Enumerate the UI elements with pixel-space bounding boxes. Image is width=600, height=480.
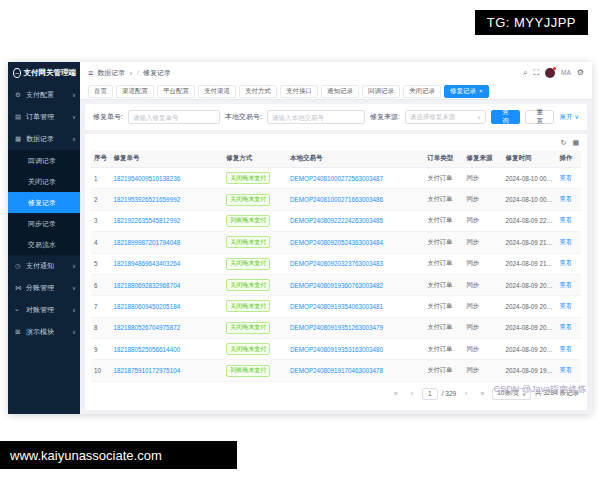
table-toolbar: ↻ ▦	[91, 138, 581, 150]
local-trade-no-link[interactable]: DEMOP24080920323763003483	[290, 260, 383, 267]
breadcrumb-page: 修复记录	[143, 68, 171, 78]
expand-button[interactable]: 展开 ∨	[559, 113, 579, 122]
sidebar: − 支付网关管理端 ⚙支付配置∨▤订单管理∨▦数据记录∧回调记录关闭记录修复记录…	[8, 62, 80, 414]
cell-local-no: DEMOP24081000272563003487	[287, 168, 424, 189]
repair-no-link[interactable]: 1821875910172975104	[114, 367, 181, 374]
sidebar-item-订单管理[interactable]: ▤订单管理∨	[8, 106, 80, 128]
settings-gear-icon[interactable]: ⚙	[577, 68, 584, 77]
avatar[interactable]	[545, 68, 555, 78]
local-trade-no-link[interactable]: DEMOP24080922224263003485	[290, 217, 383, 224]
view-link[interactable]: 查看	[559, 281, 572, 288]
repair-no-link[interactable]: 1821880609450205184	[114, 303, 181, 310]
cell-order-type: 支付订单	[424, 253, 463, 274]
tab-通知记录[interactable]: 通知记录	[321, 85, 359, 98]
view-link[interactable]: 查看	[559, 259, 572, 266]
cell-index: 3	[91, 210, 111, 231]
cell-repair-no: 1821953926521659992	[111, 189, 224, 210]
cell-time: 2024-08-10 00:57:41	[503, 168, 557, 189]
tab-平台配置[interactable]: 平台配置	[157, 85, 195, 98]
repair-method-badge: 关闭晚来支付	[226, 258, 270, 270]
view-link[interactable]: 查看	[559, 238, 572, 245]
sidebar-item-数据记录[interactable]: ▦数据记录∧	[8, 128, 80, 150]
repair-no-link[interactable]: 1821922635545812992	[114, 217, 181, 224]
prev-page-icon[interactable]: ‹	[406, 388, 418, 400]
sidebar-item-对账管理[interactable]: ⌁对账管理∨	[8, 299, 80, 321]
refresh-icon[interactable]: ↻	[561, 139, 567, 147]
view-link[interactable]: 查看	[559, 345, 572, 352]
local-trade-no-link[interactable]: DEMOP24081000271663003486	[290, 196, 383, 203]
local-trade-no-link[interactable]: DEMOP24081000272563003487	[290, 175, 383, 182]
tab-修复记录[interactable]: 修复记录×	[444, 85, 489, 98]
current-page-input[interactable]: 1	[422, 388, 438, 400]
view-link[interactable]: 查看	[559, 195, 572, 202]
sidebar-subitem-修复记录[interactable]: 修复记录	[8, 192, 80, 213]
tab-渠道配置[interactable]: 渠道配置	[116, 85, 154, 98]
repair-no-link[interactable]: 1821894869643403264	[114, 260, 181, 267]
source-label: 修复来源:	[370, 112, 400, 122]
sidebar-subitem-交易流水[interactable]: 交易流水	[8, 234, 80, 255]
repair-no-link[interactable]: 1821880692832968704	[114, 282, 181, 289]
topbar: ≡ 数据记录 ∨ / 修复记录 ⌕ ⛶ MA ⚙	[80, 62, 592, 83]
cell-repair-no: 1821954009510138236	[111, 168, 224, 189]
close-icon[interactable]: ×	[479, 88, 483, 94]
cell-action: 查看	[556, 360, 581, 381]
view-link[interactable]: 查看	[559, 323, 572, 330]
tab-支付方式[interactable]: 支付方式	[239, 85, 277, 98]
local-trade-no-link[interactable]: DEMOP24080919170463003478	[290, 367, 383, 374]
fullscreen-icon[interactable]: ⛶	[533, 68, 539, 78]
tab-回调记录[interactable]: 回调记录	[362, 85, 400, 98]
tg-banner: TG: MYYJJPP	[475, 10, 588, 35]
tab-关闭记录[interactable]: 关闭记录	[403, 85, 441, 98]
repair-no-link[interactable]: 1821899987201794048	[114, 239, 181, 246]
cell-method: 关闭晚来支付	[223, 274, 287, 295]
search-button[interactable]: 查询	[491, 110, 520, 124]
cell-time: 2024-08-09 21:23:01	[503, 232, 557, 253]
repair-no-input[interactable]	[128, 110, 220, 124]
cell-time: 2024-08-09 21:02:41	[503, 253, 557, 274]
local-trade-no-link[interactable]: DEMOP24080919354063003481	[290, 303, 383, 310]
sidebar-item-演示模块[interactable]: ⊠演示模块∨	[8, 321, 80, 343]
column-header-修复时间: 修复时间	[503, 150, 557, 168]
tab-支付渠道[interactable]: 支付渠道	[198, 85, 236, 98]
view-link[interactable]: 查看	[559, 174, 572, 181]
repair-no-link[interactable]: 1821953926521659992	[114, 196, 181, 203]
cell-repair-no: 1821880609450205184	[111, 296, 224, 317]
local-trade-no-link[interactable]: DEMOP24080919351263003479	[290, 324, 383, 331]
cell-order-type: 支付订单	[424, 168, 463, 189]
cell-order-type: 支付订单	[424, 360, 463, 381]
view-link[interactable]: 查看	[559, 366, 572, 373]
view-link[interactable]: 查看	[559, 216, 572, 223]
filter-bar: 修复单号: 本地交易号: 修复来源: 请选择修复来源 ∨ 查询 重置 展开 ∨	[85, 104, 587, 130]
sidebar-subitem-关闭记录[interactable]: 关闭记录	[8, 171, 80, 192]
cell-local-no: DEMOP24080919170463003478	[287, 360, 424, 381]
cell-source: 同步	[463, 274, 502, 295]
first-page-icon[interactable]: «	[390, 388, 402, 400]
sidebar-item-分账管理[interactable]: ⋈分账管理∨	[8, 277, 80, 299]
search-icon[interactable]: ⌕	[523, 68, 527, 78]
view-link[interactable]: 查看	[559, 302, 572, 309]
table-row: 21821953926521659992关闭晚来支付DEMOP240810002…	[91, 189, 581, 210]
cell-time: 2024-08-09 20:06:01	[503, 296, 557, 317]
sidebar-item-支付配置[interactable]: ⚙支付配置∨	[8, 84, 80, 106]
repair-no-link[interactable]: 1821880525056614400	[114, 346, 181, 353]
hamburger-icon[interactable]: ≡	[88, 68, 93, 78]
local-trade-no-link[interactable]: DEMOP24080920524363003484	[290, 239, 383, 246]
last-page-icon[interactable]: »	[476, 388, 488, 400]
sidebar-subitem-同步记录[interactable]: 同步记录	[8, 213, 80, 234]
source-select[interactable]: 请选择修复来源 ∨	[405, 110, 486, 124]
local-trade-input[interactable]	[267, 110, 365, 124]
next-page-icon[interactable]: ›	[460, 388, 472, 400]
repair-no-link[interactable]: 1821954009510138236	[114, 175, 181, 182]
reconcile-icon: ⌁	[15, 306, 23, 314]
repair-no-link[interactable]: 1821880526704975872	[114, 324, 181, 331]
sidebar-subitem-回调记录[interactable]: 回调记录	[8, 150, 80, 171]
sidebar-item-支付通知[interactable]: ◷支付通知∨	[8, 255, 80, 277]
cell-repair-no: 1821894869643403264	[111, 253, 224, 274]
tab-支付接口[interactable]: 支付接口	[280, 85, 318, 98]
local-trade-no-link[interactable]: DEMOP24080919360763003482	[290, 282, 383, 289]
breadcrumb-group[interactable]: 数据记录	[97, 68, 125, 78]
local-trade-no-link[interactable]: DEMOP24080919353163003480	[290, 346, 383, 353]
reset-button[interactable]: 重置	[525, 110, 554, 124]
tab-首页[interactable]: 首页	[88, 85, 113, 98]
column-settings-icon[interactable]: ▦	[572, 139, 579, 147]
